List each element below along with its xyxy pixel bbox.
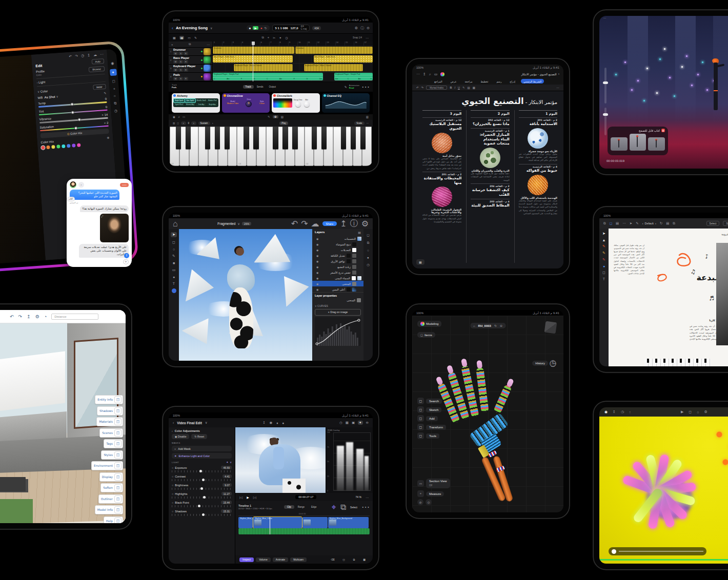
lcd-display[interactable]: 5 1 1 086 127,0 4/4C maj	[272, 25, 310, 32]
history-icon[interactable]: ◷	[81, 54, 85, 58]
home-icon[interactable]: ⌂	[173, 219, 178, 229]
highlights-control[interactable]: ○Highlights11.27	[172, 492, 232, 499]
exposure-control[interactable]: ○Exposure45.59	[172, 466, 232, 472]
document-title[interactable]: Fragmented	[217, 222, 235, 225]
underline-icon[interactable]: U	[458, 86, 460, 89]
collapse-icon[interactable]: ∨	[230, 461, 232, 464]
render-mode-icon[interactable]: ◉	[604, 410, 608, 414]
timeline-clip-selected[interactable]: Skyline_Blue_Close	[253, 517, 302, 528]
canvas[interactable]	[179, 229, 312, 361]
piano-black-key[interactable]	[205, 127, 210, 150]
ribbon-tab[interactable]: الشريط الرئيسي	[521, 79, 544, 84]
masking-icon[interactable]: ○	[113, 94, 116, 98]
section-view-button[interactable]: ▭Section ViewOff	[417, 479, 450, 488]
mute-solo-record-button[interactable]: S	[178, 52, 183, 55]
layer-row[interactable]: دمج الضوضاء◉	[312, 241, 363, 247]
mute-solo-record-button[interactable]: M	[173, 77, 178, 80]
editor-view-icon[interactable]: ▤	[179, 36, 185, 39]
track-row-keyboard[interactable]: 3 Keyboard PlayerMSR	[169, 65, 212, 73]
profile-badge-icon[interactable]	[440, 72, 444, 76]
color-section[interactable]: ∨ Color	[37, 89, 48, 93]
record-button[interactable]: ●	[260, 27, 262, 30]
items-menu[interactable]: ◻Items	[417, 332, 435, 338]
timeline-clip[interactable]: Skyline_Blue_Wide	[238, 517, 253, 528]
collapse-icon[interactable]: ⊖	[500, 324, 502, 327]
piano-black-key[interactable]	[321, 127, 327, 150]
more-icon[interactable]: ⋯	[361, 82, 370, 92]
animation-canvas[interactable]: كتاب قابل للتصفح 00:00:03.019	[599, 16, 728, 169]
cad-viewport[interactable]: Modeling ◻Items ⌂ RH_0003 ↻ ⊖ History◷ S…	[412, 316, 563, 512]
eraser-icon[interactable]: ▭	[183, 115, 185, 118]
inspector-tab[interactable]: Output	[266, 85, 278, 89]
more-icon[interactable]: ⋯	[366, 36, 369, 39]
arrange-area[interactable]: 1234567891011121314151617 Drummer Drumme…	[213, 42, 373, 81]
alchemy-preset-cell[interactable]: Epic Synth	[185, 99, 196, 102]
chevron-down-icon[interactable]: ∨	[210, 26, 212, 30]
clip-menu-icon[interactable]: ⧉	[340, 503, 346, 512]
eyedropper-icon[interactable]: ✎	[104, 91, 107, 95]
marquee-icon[interactable]: ⌖	[268, 36, 269, 39]
play-surface-button[interactable]: Play	[279, 121, 288, 125]
bass-guitar-icon[interactable]	[204, 56, 211, 64]
next-frame-icon[interactable]: ▷|	[253, 495, 256, 499]
list-icon[interactable]: ▦	[473, 86, 475, 89]
piano-black-key[interactable]	[351, 127, 356, 150]
pages-panel-icon[interactable]: ⧉	[603, 221, 606, 225]
alchemy-preset-cell[interactable]: Dark Arp	[196, 103, 207, 107]
share-icon[interactable]: ↥	[423, 72, 426, 76]
timeline-clip[interactable]: Skyline_Blue_Background	[328, 517, 369, 528]
flipbook-panel[interactable]: كتاب قابل للتصفح	[608, 127, 668, 155]
layer-group[interactable]: التعديلات◉	[312, 247, 363, 253]
model-viewport[interactable]: Entity InfoShadowsMaterialsScenesTagsSty…	[0, 323, 126, 523]
region-keyboard-2[interactable]: Keyboard Player - Block Chords	[304, 64, 363, 71]
more-icon[interactable]: ⋯	[366, 495, 369, 499]
cloud-icon[interactable]: ☁	[93, 53, 97, 57]
history-icon[interactable]: ◷	[621, 410, 624, 414]
piano-black-key[interactable]	[176, 127, 181, 150]
properties-icon[interactable]: ◻	[367, 233, 369, 237]
menu-icon[interactable]: ▤	[616, 221, 619, 225]
piano-black-key[interactable]	[253, 127, 258, 150]
panel-button[interactable]: Display	[99, 472, 123, 482]
visibility-icon[interactable]: ◉	[316, 282, 318, 285]
plugin-power-led[interactable]	[173, 94, 176, 97]
align-icon[interactable]: ▤	[468, 86, 470, 89]
render-viewport[interactable]	[599, 417, 728, 564]
drag-on-image-button[interactable]: ⌖ Drag on image	[315, 309, 361, 316]
page-thumbnails-button[interactable]: ▦	[416, 259, 424, 265]
model-control[interactable]: ModelModern Tube	[227, 100, 238, 105]
back-icon[interactable]: ‹	[172, 429, 173, 432]
same-button[interactable]: Same	[723, 221, 728, 226]
play-icon[interactable]: ▶	[247, 495, 249, 499]
visibility-icon[interactable]: ◉	[316, 260, 318, 263]
blue-channel[interactable]	[67, 144, 70, 148]
ribbon-tab[interactable]: رسم	[494, 79, 504, 84]
layer-group[interactable]: السماء اليمنى◉	[312, 275, 363, 281]
project-title[interactable]: Video Final Edit	[177, 421, 202, 425]
font-selector[interactable]: Myriad Arabic	[426, 86, 447, 90]
redo-icon[interactable]: ↷	[18, 314, 23, 319]
reset-button[interactable]: ↻ Reset	[191, 434, 207, 439]
visibility-icon[interactable]: ◉	[316, 277, 318, 280]
wb-control[interactable]: WB As Shot ∨	[37, 94, 58, 99]
enhance-button[interactable]: ✦Enhance Light and Color	[172, 453, 232, 459]
collapse-icon[interactable]: ⊖	[366, 421, 369, 425]
settings-icon[interactable]: ⚙	[361, 219, 369, 229]
timeline-clip[interactable]	[302, 517, 328, 528]
settings-icon[interactable]: ⚙	[704, 410, 707, 414]
pencil-icon[interactable]: ✎	[345, 85, 347, 89]
orange-channel[interactable]	[46, 146, 50, 149]
drive-knob[interactable]: Drive	[246, 98, 252, 107]
region-inspector-icon[interactable]: ▭	[188, 36, 191, 39]
stop-icon[interactable]: ◻	[689, 410, 692, 414]
frame-thumbnail-current[interactable]	[630, 134, 646, 151]
layer-row[interactable]: أعلى اليمين◉	[312, 286, 363, 292]
mute-solo-record-button[interactable]: M	[173, 52, 178, 55]
chevron-down-icon[interactable]: ∨	[237, 222, 240, 226]
contact-avatar[interactable]	[70, 181, 76, 188]
crop-tool-icon[interactable]: ◻	[602, 271, 605, 275]
visibility-icon[interactable]: ◉	[316, 271, 318, 274]
text-tool-icon[interactable]: T	[173, 282, 175, 285]
received-message-bubble[interactable]: روعة! ممكن تشارك الصورة النهائية هنا؟	[80, 205, 129, 212]
mute-solo-record-button[interactable]: S	[178, 77, 183, 80]
